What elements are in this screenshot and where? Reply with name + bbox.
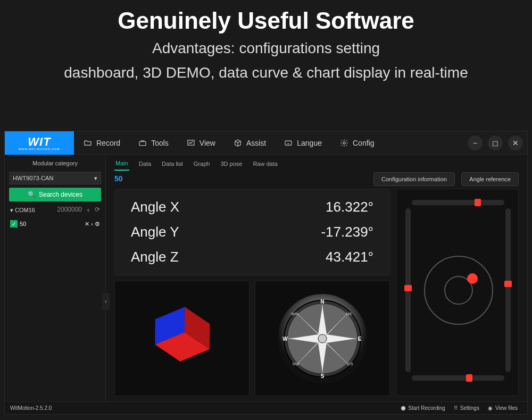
tab-graph[interactable]: Graph bbox=[193, 158, 211, 170]
status-bar: WitMotion-2.5.2.0 Start Recording ⠿Setti… bbox=[5, 401, 527, 414]
settings-button[interactable]: ⠿Settings bbox=[450, 402, 484, 415]
angle-y-value: -17.239° bbox=[321, 224, 373, 240]
svg-text:W: W bbox=[282, 336, 288, 342]
level-viz[interactable] bbox=[396, 189, 519, 396]
cube-icon bbox=[234, 139, 242, 147]
svg-point-39 bbox=[425, 256, 493, 324]
sidebar: Modular category HWT9073-CAN ▾ 🔍 Search … bbox=[5, 155, 106, 401]
toolbar-config-label: Config bbox=[353, 139, 374, 147]
gear-icon bbox=[340, 139, 348, 147]
sidebar-collapse[interactable]: ‹ bbox=[102, 293, 110, 310]
port-row[interactable]: ▾ COM16 2000000 ＋ ⟳ bbox=[9, 205, 101, 216]
device-id-label: 50 bbox=[20, 221, 26, 227]
svg-text:N: N bbox=[320, 299, 324, 305]
baud-label: 2000000 bbox=[57, 206, 82, 215]
plus-icon[interactable]: ＋ bbox=[85, 206, 92, 215]
toolbar-config[interactable]: Config bbox=[331, 131, 383, 155]
svg-rect-31 bbox=[412, 200, 504, 205]
angle-y-label: Angle Y bbox=[131, 224, 179, 240]
svg-rect-38 bbox=[504, 281, 512, 287]
record-dot-icon bbox=[401, 406, 405, 410]
svg-point-41 bbox=[467, 273, 478, 284]
svg-rect-2 bbox=[285, 141, 292, 145]
chart-icon bbox=[187, 139, 195, 147]
port-label: COM16 bbox=[15, 207, 35, 213]
compass-viz[interactable]: NE SW N/EE/S S/WW/N bbox=[255, 281, 390, 396]
tabs: Main Data Data list Graph 3D pose Raw da… bbox=[106, 155, 527, 171]
keyboard-icon bbox=[284, 139, 293, 147]
toolbar: WIT www.wit-motion.com Record Tools View… bbox=[5, 131, 527, 155]
settings-icon[interactable]: ⚙ bbox=[95, 221, 100, 227]
svg-rect-34 bbox=[466, 374, 472, 382]
chevron-down-icon: ▾ bbox=[94, 175, 97, 182]
search-devices-label: Search devices bbox=[39, 191, 82, 198]
hero-sub2: dashboard, 3D DEMO, data curve & chart d… bbox=[0, 63, 532, 83]
share-icon[interactable]: ‹ bbox=[91, 221, 93, 227]
toolbar-record-label: Record bbox=[96, 139, 120, 147]
toolbar-tools[interactable]: Tools bbox=[130, 131, 177, 155]
window-close[interactable]: ✕ bbox=[508, 136, 523, 150]
toolbar-view[interactable]: View bbox=[178, 131, 224, 155]
close-icon[interactable]: ✕ bbox=[85, 221, 89, 227]
toolbar-langue-label: Langue bbox=[297, 139, 322, 147]
svg-point-3 bbox=[343, 142, 345, 144]
tab-data[interactable]: Data bbox=[138, 158, 152, 170]
hero-title: Genuinely Useful Software bbox=[0, 7, 532, 34]
svg-rect-33 bbox=[412, 375, 504, 381]
view-files-button[interactable]: ◉View files bbox=[484, 402, 522, 415]
checkbox-checked-icon[interactable]: ✓ bbox=[10, 220, 18, 228]
refresh-icon[interactable]: ⟳ bbox=[95, 206, 100, 215]
toolbar-assist[interactable]: Assist bbox=[225, 131, 275, 155]
svg-rect-36 bbox=[404, 285, 412, 291]
svg-text:S/W: S/W bbox=[292, 362, 300, 366]
svg-text:E/S: E/S bbox=[347, 362, 353, 366]
svg-text:N/E: N/E bbox=[346, 312, 352, 316]
device-row[interactable]: ✓50 ✕ ‹ ⚙ bbox=[9, 219, 101, 229]
hero-sub1: Advantages: configurations setting bbox=[0, 38, 532, 58]
eye-icon: ◉ bbox=[488, 405, 493, 411]
angle-x-label: Angle X bbox=[131, 199, 179, 215]
tab-rawdata[interactable]: Raw data bbox=[252, 158, 278, 170]
device-badge: 50 bbox=[114, 174, 123, 183]
sidebar-title: Modular category bbox=[9, 158, 101, 169]
search-icon: 🔍 bbox=[28, 191, 36, 198]
brand-logo[interactable]: WIT www.wit-motion.com bbox=[5, 131, 74, 155]
tab-datalist[interactable]: Data list bbox=[161, 158, 184, 170]
sliders-icon: ⠿ bbox=[454, 405, 458, 411]
svg-rect-32 bbox=[475, 199, 481, 206]
angle-z-label: Angle Z bbox=[131, 249, 179, 265]
angle-z-value: 43.421° bbox=[326, 249, 373, 265]
angle-x-value: 16.322° bbox=[326, 199, 373, 215]
toolbar-tools-label: Tools bbox=[151, 139, 169, 147]
angle-readout: Angle X16.322° Angle Y-17.239° Angle Z43… bbox=[114, 189, 390, 275]
search-devices-button[interactable]: 🔍 Search devices bbox=[9, 188, 101, 201]
toolbar-langue[interactable]: Langue bbox=[276, 131, 330, 155]
tab-3dpose[interactable]: 3D pose bbox=[219, 158, 243, 170]
svg-rect-1 bbox=[188, 140, 194, 145]
view-files-label: View files bbox=[495, 405, 518, 411]
cube-3d-viz[interactable] bbox=[114, 281, 250, 396]
main-panel: Main Data Data list Graph 3D pose Raw da… bbox=[106, 155, 527, 401]
svg-text:E: E bbox=[358, 336, 362, 342]
svg-rect-0 bbox=[139, 141, 146, 145]
toolbar-assist-label: Assist bbox=[246, 139, 266, 147]
start-recording-label: Start Recording bbox=[408, 405, 445, 411]
toolbar-view-label: View bbox=[200, 139, 215, 147]
hero-banner: Genuinely Useful Software Advantages: co… bbox=[0, 0, 532, 87]
start-recording-button[interactable]: Start Recording bbox=[397, 402, 449, 415]
toolbar-record[interactable]: Record bbox=[75, 131, 129, 155]
window-minimize[interactable]: − bbox=[468, 136, 483, 150]
svg-point-22 bbox=[318, 334, 327, 343]
caret-icon: ▾ bbox=[10, 207, 13, 213]
version-label: WitMotion-2.5.2.0 bbox=[10, 405, 52, 411]
svg-text:S: S bbox=[321, 373, 325, 379]
window-maximize[interactable]: ◻ bbox=[488, 136, 503, 150]
folder-icon bbox=[84, 139, 92, 147]
settings-label: Settings bbox=[460, 405, 479, 411]
module-select-value: HWT9073-CAN bbox=[13, 175, 53, 181]
brand-logo-tag: www.wit-motion.com bbox=[19, 147, 60, 150]
tab-main[interactable]: Main bbox=[114, 158, 129, 171]
app-window: WIT www.wit-motion.com Record Tools View… bbox=[4, 131, 528, 415]
module-select[interactable]: HWT9073-CAN ▾ bbox=[9, 172, 101, 184]
svg-text:W/N: W/N bbox=[291, 312, 298, 316]
